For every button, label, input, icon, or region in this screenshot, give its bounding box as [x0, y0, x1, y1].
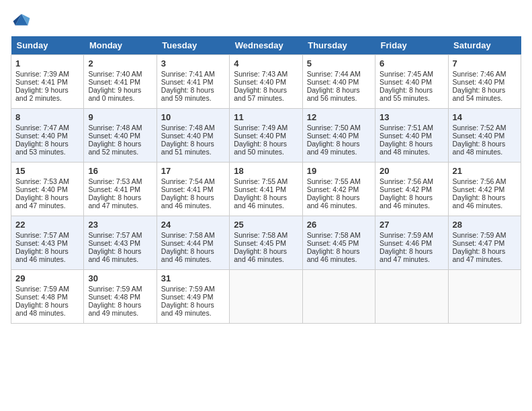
- calendar-cell: 25Sunrise: 7:58 AMSunset: 4:45 PMDayligh…: [230, 216, 302, 270]
- calendar-cell: 12Sunrise: 7:50 AMSunset: 4:40 PMDayligh…: [302, 109, 375, 163]
- day-number: 9: [88, 112, 152, 122]
- logo: [11, 11, 35, 30]
- sunset-text: Sunset: 4:40 PM: [234, 78, 298, 86]
- daylight-text: Daylight: 9 hours and 0 minutes.: [88, 86, 152, 102]
- sunset-text: Sunset: 4:49 PM: [161, 293, 225, 301]
- day-number: 21: [453, 166, 517, 176]
- calendar-cell: 27Sunrise: 7:59 AMSunset: 4:46 PMDayligh…: [375, 216, 448, 270]
- weekday-header-sunday: Sunday: [11, 36, 84, 55]
- header: [11, 11, 521, 30]
- day-number: 26: [307, 220, 371, 230]
- daylight-text: Daylight: 8 hours and 46 minutes.: [88, 247, 152, 263]
- weekday-header-monday: Monday: [84, 36, 157, 55]
- calendar-cell: 31Sunrise: 7:59 AMSunset: 4:49 PMDayligh…: [157, 270, 229, 324]
- daylight-text: Daylight: 8 hours and 47 minutes.: [380, 247, 443, 263]
- weekday-header-saturday: Saturday: [448, 36, 521, 55]
- day-number: 20: [380, 166, 443, 176]
- weekday-header-thursday: Thursday: [302, 36, 375, 55]
- sunrise-text: Sunrise: 7:57 AM: [15, 231, 79, 239]
- sunrise-text: Sunrise: 7:53 AM: [15, 177, 79, 185]
- sunrise-text: Sunrise: 7:58 AM: [161, 231, 225, 239]
- calendar-cell: 23Sunrise: 7:57 AMSunset: 4:43 PMDayligh…: [84, 216, 157, 270]
- logo-icon: [11, 11, 32, 30]
- sunset-text: Sunset: 4:40 PM: [307, 78, 371, 86]
- sunset-text: Sunset: 4:45 PM: [234, 239, 298, 247]
- calendar-cell: [375, 270, 448, 324]
- calendar-cell: 30Sunrise: 7:59 AMSunset: 4:48 PMDayligh…: [84, 270, 157, 324]
- sunrise-text: Sunrise: 7:58 AM: [307, 231, 371, 239]
- daylight-text: Daylight: 8 hours and 46 minutes.: [15, 247, 79, 263]
- sunset-text: Sunset: 4:42 PM: [380, 185, 443, 193]
- sunrise-text: Sunrise: 7:43 AM: [234, 70, 298, 78]
- day-number: 19: [307, 166, 371, 176]
- sunset-text: Sunset: 4:40 PM: [380, 132, 443, 140]
- sunrise-text: Sunrise: 7:51 AM: [380, 124, 443, 132]
- sunset-text: Sunset: 4:41 PM: [161, 185, 225, 193]
- weekday-header-wednesday: Wednesday: [230, 36, 302, 55]
- day-number: 29: [15, 273, 79, 283]
- sunrise-text: Sunrise: 7:39 AM: [15, 70, 79, 78]
- calendar-cell: 16Sunrise: 7:53 AMSunset: 4:41 PMDayligh…: [84, 163, 157, 216]
- daylight-text: Daylight: 8 hours and 46 minutes.: [161, 247, 225, 263]
- day-number: 15: [15, 166, 79, 176]
- daylight-text: Daylight: 8 hours and 46 minutes.: [453, 193, 517, 210]
- sunset-text: Sunset: 4:43 PM: [88, 239, 152, 247]
- sunrise-text: Sunrise: 7:55 AM: [234, 177, 298, 185]
- calendar-cell: 18Sunrise: 7:55 AMSunset: 4:41 PMDayligh…: [230, 163, 302, 216]
- sunrise-text: Sunrise: 7:55 AM: [307, 177, 371, 185]
- sunrise-text: Sunrise: 7:46 AM: [453, 70, 517, 78]
- daylight-text: Daylight: 8 hours and 53 minutes.: [15, 140, 79, 156]
- calendar-table: SundayMondayTuesdayWednesdayThursdayFrid…: [11, 36, 521, 324]
- sunrise-text: Sunrise: 7:50 AM: [307, 124, 371, 132]
- sunrise-text: Sunrise: 7:56 AM: [453, 177, 517, 185]
- calendar-cell: 11Sunrise: 7:49 AMSunset: 4:40 PMDayligh…: [230, 109, 302, 163]
- sunrise-text: Sunrise: 7:59 AM: [453, 231, 517, 239]
- calendar-cell: 28Sunrise: 7:59 AMSunset: 4:47 PMDayligh…: [448, 216, 521, 270]
- sunrise-text: Sunrise: 7:48 AM: [88, 124, 152, 132]
- sunrise-text: Sunrise: 7:40 AM: [88, 70, 152, 78]
- calendar-cell: 4Sunrise: 7:43 AMSunset: 4:40 PMDaylight…: [230, 55, 302, 109]
- daylight-text: Daylight: 8 hours and 49 minutes.: [307, 140, 371, 156]
- daylight-text: Daylight: 8 hours and 56 minutes.: [307, 86, 371, 102]
- sunset-text: Sunset: 4:43 PM: [15, 239, 79, 247]
- day-number: 23: [88, 220, 152, 230]
- daylight-text: Daylight: 8 hours and 59 minutes.: [161, 86, 225, 102]
- daylight-text: Daylight: 8 hours and 46 minutes.: [307, 193, 371, 210]
- calendar-cell: 2Sunrise: 7:40 AMSunset: 4:41 PMDaylight…: [84, 55, 157, 109]
- sunrise-text: Sunrise: 7:58 AM: [234, 231, 298, 239]
- sunrise-text: Sunrise: 7:56 AM: [380, 177, 443, 185]
- daylight-text: Daylight: 8 hours and 50 minutes.: [234, 140, 298, 156]
- sunset-text: Sunset: 4:40 PM: [453, 132, 517, 140]
- weekday-header-tuesday: Tuesday: [157, 36, 229, 55]
- calendar-cell: 9Sunrise: 7:48 AMSunset: 4:40 PMDaylight…: [84, 109, 157, 163]
- calendar-cell: 7Sunrise: 7:46 AMSunset: 4:40 PMDaylight…: [448, 55, 521, 109]
- daylight-text: Daylight: 8 hours and 49 minutes.: [88, 301, 152, 317]
- daylight-text: Daylight: 8 hours and 47 minutes.: [15, 193, 79, 210]
- daylight-text: Daylight: 8 hours and 52 minutes.: [88, 140, 152, 156]
- calendar-cell: 6Sunrise: 7:45 AMSunset: 4:40 PMDaylight…: [375, 55, 448, 109]
- daylight-text: Daylight: 8 hours and 47 minutes.: [453, 247, 517, 263]
- day-number: 11: [234, 112, 298, 122]
- sunset-text: Sunset: 4:42 PM: [307, 185, 371, 193]
- daylight-text: Daylight: 8 hours and 46 minutes.: [234, 247, 298, 263]
- sunset-text: Sunset: 4:40 PM: [453, 78, 517, 86]
- calendar-cell: 17Sunrise: 7:54 AMSunset: 4:41 PMDayligh…: [157, 163, 229, 216]
- sunset-text: Sunset: 4:47 PM: [453, 239, 517, 247]
- sunrise-text: Sunrise: 7:57 AM: [88, 231, 152, 239]
- calendar-cell: 10Sunrise: 7:48 AMSunset: 4:40 PMDayligh…: [157, 109, 229, 163]
- weekday-header-friday: Friday: [375, 36, 448, 55]
- calendar-cell: 19Sunrise: 7:55 AMSunset: 4:42 PMDayligh…: [302, 163, 375, 216]
- sunrise-text: Sunrise: 7:59 AM: [161, 285, 225, 293]
- calendar-cell: 1Sunrise: 7:39 AMSunset: 4:41 PMDaylight…: [11, 55, 84, 109]
- sunset-text: Sunset: 4:41 PM: [234, 185, 298, 193]
- daylight-text: Daylight: 8 hours and 47 minutes.: [88, 193, 152, 210]
- calendar-cell: [448, 270, 521, 324]
- calendar-cell: 20Sunrise: 7:56 AMSunset: 4:42 PMDayligh…: [375, 163, 448, 216]
- sunset-text: Sunset: 4:40 PM: [88, 132, 152, 140]
- day-number: 30: [88, 273, 152, 283]
- calendar-cell: 24Sunrise: 7:58 AMSunset: 4:44 PMDayligh…: [157, 216, 229, 270]
- calendar-cell: 22Sunrise: 7:57 AMSunset: 4:43 PMDayligh…: [11, 216, 84, 270]
- daylight-text: Daylight: 8 hours and 49 minutes.: [161, 301, 225, 317]
- sunset-text: Sunset: 4:45 PM: [307, 239, 371, 247]
- day-number: 22: [15, 220, 79, 230]
